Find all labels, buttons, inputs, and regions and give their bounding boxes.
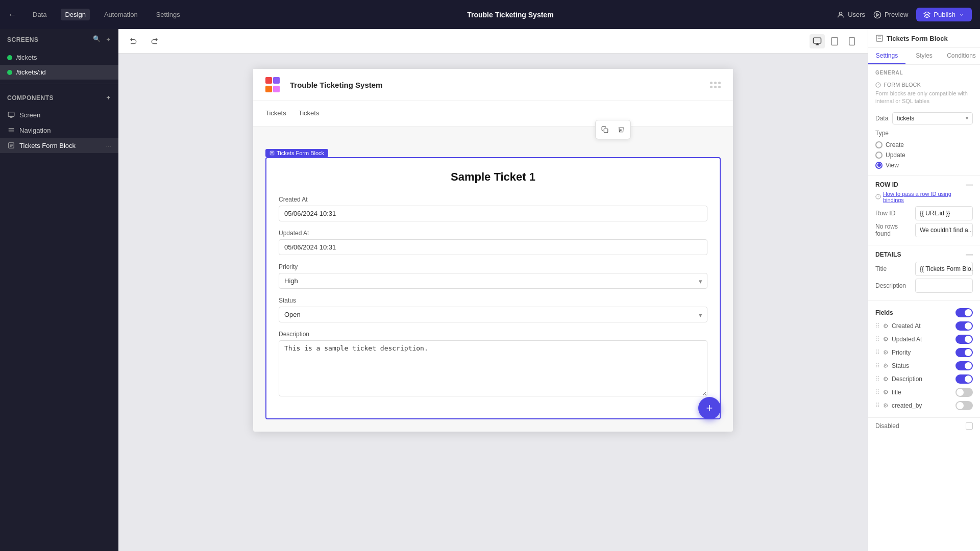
component-navigation[interactable]: Navigation xyxy=(0,122,118,138)
field-updated-at: ⠿ ⚙ Updated At xyxy=(868,333,980,346)
search-screens-icon[interactable]: 🔍 xyxy=(93,35,101,44)
nav-settings[interactable]: Settings xyxy=(152,9,184,20)
screen-tickets[interactable]: /tickets xyxy=(0,50,118,65)
fields-toggle[interactable] xyxy=(955,308,973,317)
mobile-view-button[interactable] xyxy=(844,34,860,48)
nav-data[interactable]: Data xyxy=(29,9,51,20)
dot xyxy=(710,86,713,88)
delete-button[interactable] xyxy=(614,122,628,137)
data-dropdown[interactable]: tickets ▾ xyxy=(892,112,973,124)
field-created-at: ⠿ ⚙ Created At xyxy=(868,319,980,333)
component-screen[interactable]: Screen xyxy=(0,107,118,122)
field-toggle-created-by[interactable] xyxy=(955,401,973,410)
right-sidebar: Tickets Form Block Settings Styles Condi… xyxy=(868,29,980,551)
form-select-priority-wrapper: High Medium Low xyxy=(279,273,707,289)
desc-input-wrapper: ⚡ xyxy=(915,279,973,293)
field-name-status: Status xyxy=(892,362,952,369)
gear-priority[interactable]: ⚙ xyxy=(883,349,889,356)
tab-styles[interactable]: Styles xyxy=(905,48,943,64)
top-bar: ← Data Design Automation Settings Troubl… xyxy=(0,0,980,29)
nav-automation[interactable]: Automation xyxy=(100,9,142,20)
radio-view[interactable] xyxy=(875,162,883,169)
form-block-badge-text: Tickets Form Block xyxy=(277,150,324,156)
field-toggle-description[interactable] xyxy=(955,374,973,384)
component-tickets-form-block[interactable]: Tickets Form Block ··· xyxy=(0,138,118,153)
component-more-button[interactable]: ··· xyxy=(106,142,111,149)
field-toggle-created-at[interactable] xyxy=(955,321,973,331)
type-view[interactable]: View xyxy=(875,162,973,169)
redo-button[interactable] xyxy=(147,34,161,48)
drag-handle-created-at[interactable]: ⠿ xyxy=(875,322,880,330)
right-sidebar-title: Tickets Form Block xyxy=(887,35,948,42)
form-field-priority: Priority High Medium Low xyxy=(279,263,707,289)
radio-create[interactable] xyxy=(875,141,883,148)
no-rows-found-input-wrapper: ⚡ xyxy=(915,223,973,237)
app-nav-tickets[interactable]: Tickets xyxy=(265,107,286,120)
collapse-details-button[interactable]: — xyxy=(966,251,973,259)
row-id-section-label: ROW ID — xyxy=(875,181,973,189)
drag-handle-status[interactable]: ⠿ xyxy=(875,362,880,369)
desktop-view-button[interactable] xyxy=(810,34,825,48)
drag-handle-description[interactable]: ⠿ xyxy=(875,375,880,383)
disabled-checkbox[interactable] xyxy=(966,422,973,430)
field-toggle-title[interactable] xyxy=(955,388,973,397)
drag-handle-created-by[interactable]: ⠿ xyxy=(875,402,880,409)
form-textarea-description[interactable]: This is a sample ticket description. xyxy=(279,340,707,396)
drag-handle-updated-at[interactable]: ⠿ xyxy=(875,336,880,343)
publish-button[interactable]: Publish xyxy=(916,8,972,21)
form-input-created-at[interactable] xyxy=(279,206,707,221)
fab-button[interactable]: + xyxy=(698,397,721,419)
logo-pink xyxy=(273,86,280,92)
gear-status[interactable]: ⚙ xyxy=(883,362,889,369)
tab-settings[interactable]: Settings xyxy=(868,48,905,64)
dot xyxy=(718,86,721,88)
radio-update[interactable] xyxy=(875,152,883,159)
type-create[interactable]: Create xyxy=(875,141,973,148)
add-component-icon[interactable]: ＋ xyxy=(105,93,112,102)
field-toggle-status[interactable] xyxy=(955,361,973,370)
form-label-created-at: Created At xyxy=(279,196,707,203)
tab-conditions[interactable]: Conditions xyxy=(943,48,980,64)
desc-input[interactable] xyxy=(916,280,973,291)
form-select-status[interactable]: Open Closed xyxy=(279,307,707,322)
fields-label: Fields xyxy=(875,309,893,316)
preview-button[interactable]: Preview xyxy=(873,11,908,19)
gear-title[interactable]: ⚙ xyxy=(883,389,889,396)
no-rows-found-input[interactable] xyxy=(916,224,973,236)
title-input-wrapper: ⚡ xyxy=(915,262,973,276)
drag-handle-priority[interactable]: ⠿ xyxy=(875,349,880,356)
top-nav: Data Design Automation Settings xyxy=(29,9,184,20)
app-preview-title: Trouble Ticketing System xyxy=(290,81,382,89)
form-field-description: Description This is a sample ticket desc… xyxy=(279,331,707,398)
row-id-info-link[interactable]: How to pass a row ID using bindings xyxy=(883,191,973,203)
form-label-status: Status xyxy=(279,297,707,304)
form-select-priority[interactable]: High Medium Low xyxy=(279,273,707,289)
row-id-input[interactable] xyxy=(916,208,973,219)
users-button[interactable]: Users xyxy=(837,11,865,19)
copy-button[interactable] xyxy=(598,122,612,137)
type-update[interactable]: Update xyxy=(875,152,973,159)
add-screen-icon[interactable]: ＋ xyxy=(105,35,112,44)
nav-design[interactable]: Design xyxy=(61,9,89,20)
field-toggle-priority[interactable] xyxy=(955,348,973,357)
screen-icon xyxy=(7,111,15,119)
screen-tickets-id[interactable]: /tickets/:id xyxy=(0,65,118,80)
field-name-title: title xyxy=(892,389,952,396)
gear-created-by[interactable]: ⚙ xyxy=(883,402,889,409)
svg-rect-17 xyxy=(849,37,855,45)
gear-created-at[interactable]: ⚙ xyxy=(883,322,889,330)
field-toggle-updated-at[interactable] xyxy=(955,335,973,344)
undo-button[interactable] xyxy=(127,34,141,48)
details-section: DETAILS — Title ⚡ Description ⚡ xyxy=(868,247,980,298)
field-name-priority: Priority xyxy=(892,349,952,356)
collapse-row-id-button[interactable]: — xyxy=(966,181,973,189)
gear-updated-at[interactable]: ⚙ xyxy=(883,336,889,343)
app-nav-tickets2[interactable]: Tickets xyxy=(299,107,320,120)
tablet-view-button[interactable] xyxy=(827,34,842,48)
drag-handle-title[interactable]: ⠿ xyxy=(875,389,880,396)
gear-description[interactable]: ⚙ xyxy=(883,375,889,383)
row-id-label: Row ID xyxy=(875,210,911,217)
back-button[interactable]: ← xyxy=(8,10,16,19)
title-input[interactable] xyxy=(916,263,973,274)
form-input-updated-at[interactable] xyxy=(279,239,707,255)
